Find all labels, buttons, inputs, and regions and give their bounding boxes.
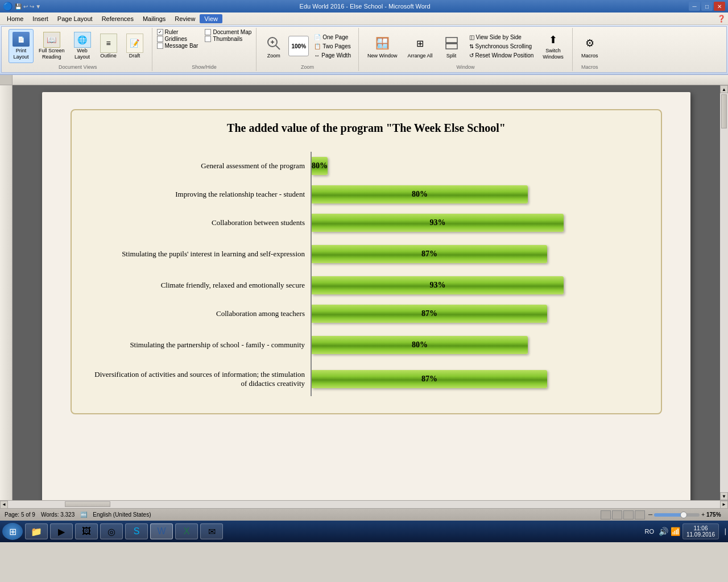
taskbar-photo[interactable]: 🖼 <box>75 523 98 539</box>
ruler-checkbox[interactable]: Ruler <box>157 29 198 35</box>
ruler-marks <box>13 75 728 85</box>
menu-home[interactable]: Home <box>2 14 28 23</box>
bar-value-4: 93% <box>430 281 446 290</box>
thumbnails-check[interactable] <box>205 36 211 42</box>
page-width-label: Page Width <box>321 52 351 59</box>
macros-button[interactable]: ⚙ Macros <box>577 29 602 63</box>
reading-view-button[interactable] <box>635 510 645 519</box>
draft-label: Draft <box>129 53 140 59</box>
volume-icon[interactable]: 🔊 <box>659 527 668 536</box>
title-bar-controls[interactable]: ─ □ ✕ <box>689 2 725 11</box>
document-page: The added value of the program "The Week… <box>42 92 690 500</box>
menu-bar: Home Insert Page Layout References Maili… <box>0 13 728 25</box>
menu-insert[interactable]: Insert <box>28 14 53 23</box>
network-icon[interactable]: 📶 <box>671 527 680 536</box>
bar-value-6: 80% <box>412 340 428 350</box>
vertical-scrollbar[interactable]: ▲ ▼ <box>720 85 728 500</box>
zoom-out-button[interactable]: ─ <box>648 512 652 518</box>
start-button[interactable]: ⊞ <box>2 523 23 540</box>
zoom-level-display: 175% <box>706 512 723 518</box>
scroll-left-button[interactable]: ◄ <box>0 501 8 509</box>
zoom-slider-track[interactable] <box>654 513 700 517</box>
zoom-button[interactable]: Zoom <box>261 29 286 63</box>
scroll-thumb[interactable] <box>721 94 727 128</box>
thumbnails-checkbox[interactable]: Thumbnails <box>205 36 251 42</box>
bar-label-5: Collaboration among teachers <box>216 309 305 318</box>
menu-review[interactable]: Review <box>170 14 200 23</box>
gridlines-checkbox[interactable]: Gridlines <box>157 36 198 42</box>
reset-window-position-button[interactable]: ↺ Reset Window Position <box>466 51 537 60</box>
two-pages-label: Two Pages <box>322 43 350 49</box>
minimize-button[interactable]: ─ <box>689 2 700 11</box>
zoom-slider-thumb[interactable] <box>680 512 687 518</box>
macros-icon: ⚙ <box>581 34 598 53</box>
close-button[interactable]: ✕ <box>714 2 725 11</box>
h-scroll-thumb[interactable] <box>65 501 110 507</box>
status-bar: Page: 5 of 9 Words: 3.323 🔤 English (Uni… <box>0 508 728 521</box>
scroll-right-button[interactable]: ► <box>720 501 728 509</box>
scroll-down-button[interactable]: ▼ <box>720 492 728 500</box>
language-display[interactable]: English (United States) <box>93 512 151 518</box>
taskbar-explorer[interactable]: 📁 <box>25 523 48 539</box>
outline-icon: ≡ <box>100 34 117 53</box>
gridlines-check[interactable] <box>157 36 163 42</box>
zoom-in-button[interactable]: + <box>701 512 705 518</box>
zoom-percentage[interactable]: 100% <box>288 36 309 56</box>
menu-view[interactable]: View <box>200 14 222 23</box>
ribbon-group-document-views: 📄 PrintLayout 📖 Full ScreenReading 🌐 Web… <box>4 28 152 71</box>
status-left: Page: 5 of 9 Words: 3.323 🔤 English (Uni… <box>5 512 151 518</box>
taskbar-skype[interactable]: S <box>125 523 148 539</box>
arrange-all-button[interactable]: ⊞ Arrange All <box>403 29 436 63</box>
show-hide-col1: Ruler Gridlines Message Bar <box>157 29 198 49</box>
ruler-check[interactable] <box>157 29 163 35</box>
message-bar-check[interactable] <box>157 43 163 49</box>
clock-time: 11:06 <box>686 525 715 531</box>
menu-page-layout[interactable]: Page Layout <box>53 14 97 23</box>
page-info: Page: 5 of 9 <box>5 512 35 518</box>
view-side-by-side-icon: ◫ <box>469 34 474 40</box>
document-map-check[interactable] <box>205 29 211 35</box>
menu-references[interactable]: References <box>97 14 138 23</box>
two-pages-button[interactable]: 📋 Two Pages <box>311 42 354 51</box>
web-layout-button[interactable]: 🌐 WebLayout <box>70 29 95 63</box>
taskbar-mail[interactable]: ✉ <box>200 523 223 539</box>
split-button[interactable]: Split <box>439 29 464 63</box>
chart-bar-row-5: 87% <box>312 300 644 328</box>
new-window-button[interactable]: 🪟 New Window <box>363 29 402 63</box>
synchronous-scrolling-button[interactable]: ⇅ Synchronous Scrolling <box>466 42 537 51</box>
show-hide-label: Show/Hide <box>192 63 217 70</box>
chart-title: The added value of the program "The Week… <box>89 122 644 135</box>
menu-mailings[interactable]: Mailings <box>138 14 170 23</box>
outline-label: Outline <box>100 53 117 59</box>
print-layout-label: PrintLayout <box>13 48 28 60</box>
outline-button[interactable]: ≡ Outline <box>96 29 121 63</box>
draft-button[interactable]: 📝 Draft <box>122 29 147 63</box>
web-view-button[interactable] <box>623 510 634 519</box>
switch-windows-button[interactable]: ⬆ SwitchWindows <box>539 29 568 63</box>
gridlines-label: Gridlines <box>165 36 187 42</box>
taskbar-chrome[interactable]: ◎ <box>100 523 123 539</box>
zoom-slider-fill <box>654 513 682 517</box>
full-screen-reading-button[interactable]: 📖 Full ScreenReading <box>35 29 69 63</box>
page-width-button[interactable]: ↔ Page Width <box>311 51 354 60</box>
one-page-button[interactable]: 📄 One Page <box>311 33 354 41</box>
print-layout-button[interactable]: 📄 PrintLayout <box>9 29 34 63</box>
scroll-up-button[interactable]: ▲ <box>720 85 728 93</box>
full-view-button[interactable] <box>612 510 622 519</box>
taskbar-word[interactable]: W <box>150 523 173 539</box>
chart-area: General assessment of the program Improv… <box>89 152 644 396</box>
quick-access: 💾 ↩ ↪ ▼ <box>15 3 41 10</box>
view-side-by-side-button[interactable]: ◫ View Side by Side <box>466 33 537 41</box>
taskbar-excel[interactable]: X <box>175 523 198 539</box>
show-desktop-button[interactable]: ▕ <box>721 529 726 535</box>
document-map-checkbox[interactable]: Document Map <box>205 29 251 35</box>
maximize-button[interactable]: □ <box>701 2 713 11</box>
skype-icon: S <box>134 526 140 537</box>
app-icon: 🔵 <box>3 2 13 11</box>
help-icon[interactable]: ❓ <box>717 15 726 23</box>
print-view-button[interactable] <box>601 510 611 519</box>
system-tray: RO 🔊 📶 11:06 11.09.2016 ▕ <box>644 523 726 539</box>
bar-label-1: Improving the relationship teacher - stu… <box>175 190 305 199</box>
message-bar-checkbox[interactable]: Message Bar <box>157 43 198 49</box>
taskbar-media[interactable]: ▶ <box>50 523 73 539</box>
